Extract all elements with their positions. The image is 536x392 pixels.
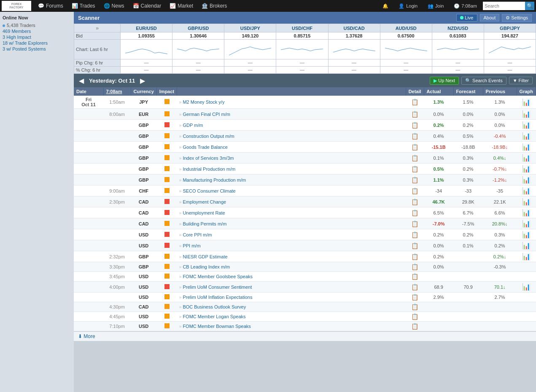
detail-icon[interactable]: 📋 (411, 111, 418, 118)
search-button[interactable]: 🔍 (525, 2, 534, 10)
event-link[interactable]: CB Leading Index m/m (183, 264, 230, 269)
high-impact-link[interactable]: 3 High Impact (3, 35, 71, 40)
graph-icon[interactable]: 📊 (522, 283, 531, 290)
detail-icon[interactable]: 📋 (411, 177, 418, 183)
notify-icon[interactable]: » (179, 145, 182, 150)
event-link[interactable]: Goods Trade Balance (183, 145, 227, 150)
search-events-button[interactable]: 🔍 Search Events (461, 77, 506, 85)
event-link[interactable]: Prelim UoM Consumer Sentiment (183, 285, 252, 290)
graph-icon[interactable]: 📊 (522, 187, 531, 194)
detail-icon[interactable]: 📋 (411, 303, 418, 310)
event-link[interactable]: Index of Services 3m/3m (183, 156, 234, 161)
graph-icon[interactable]: 📊 (522, 110, 531, 118)
event-link[interactable]: Employment Change (183, 199, 226, 204)
event-link[interactable]: Industrial Production m/m (183, 166, 235, 172)
graph-icon[interactable]: 📊 (522, 231, 531, 238)
more-link[interactable]: ⬇ More (78, 333, 95, 339)
detail-icon[interactable]: 📋 (411, 133, 418, 140)
graph-icon[interactable]: 📊 (522, 198, 531, 205)
graph-icon[interactable]: 📊 (522, 165, 531, 172)
detail-icon[interactable]: 📋 (411, 99, 418, 105)
graph-icon[interactable]: 📊 (522, 143, 531, 150)
pair-header-usdjpy[interactable]: USD/JPY (224, 24, 276, 32)
logo[interactable]: FOREX FACTORY (2, 1, 31, 11)
notify-icon[interactable]: » (179, 233, 182, 237)
detail-icon[interactable]: 📋 (411, 209, 418, 216)
prev-day-button[interactable]: ◀ (77, 77, 86, 85)
pair-header-usdchf[interactable]: USD/CHF (276, 24, 328, 32)
detail-icon[interactable]: 📋 (411, 122, 418, 129)
trade-explorers-link[interactable]: 18 w/ Trade Explorers (3, 40, 71, 46)
notify-icon[interactable]: » (179, 222, 182, 226)
notify-icon[interactable]: » (179, 244, 182, 248)
posted-systems-link[interactable]: 3 w/ Posted Systems (3, 46, 71, 51)
graph-icon[interactable]: 📊 (522, 99, 531, 106)
detail-icon[interactable]: 📋 (411, 294, 418, 301)
detail-icon[interactable]: 📋 (411, 242, 418, 249)
notify-icon[interactable]: » (179, 167, 182, 172)
search-input[interactable] (483, 2, 525, 10)
detail-icon[interactable]: 📋 (411, 166, 418, 172)
notify-icon[interactable]: » (179, 123, 182, 128)
graph-icon[interactable]: 📊 (522, 220, 531, 227)
about-button[interactable]: About (480, 14, 500, 21)
event-link[interactable]: SECO Consumer Climate (183, 188, 235, 193)
nav-news[interactable]: 🌐 News (100, 0, 129, 12)
event-link[interactable]: Manufacturing Production m/m (183, 177, 246, 183)
nav-forums[interactable]: 💬 Forums (34, 0, 67, 12)
notify-icon[interactable]: » (179, 156, 182, 161)
notify-icon[interactable]: » (179, 112, 182, 117)
members-link[interactable]: 469 Members (3, 29, 71, 34)
detail-icon[interactable]: 📋 (411, 155, 418, 161)
graph-icon[interactable]: 📊 (522, 154, 531, 161)
event-link[interactable]: M2 Money Stock y/y (183, 99, 224, 105)
detail-icon[interactable]: 📋 (411, 263, 418, 270)
event-link[interactable]: Construction Output m/m (183, 134, 234, 139)
up-next-button[interactable]: ▶ Up Next (430, 77, 459, 85)
live-button[interactable]: Live (456, 14, 477, 21)
graph-icon[interactable]: 📊 (522, 121, 531, 129)
detail-icon[interactable]: 📋 (411, 188, 418, 194)
event-link[interactable]: FOMC Member Bowman Speaks (183, 324, 250, 329)
settings-button[interactable]: ⚙ Settings (502, 14, 532, 22)
nav-market[interactable]: 📈 Market (165, 0, 197, 12)
join-btn[interactable]: 👥 Join (423, 0, 448, 12)
nav-calendar[interactable]: 📅 Calendar (129, 0, 166, 12)
notify-icon[interactable]: » (179, 285, 182, 290)
pair-header-eurusd[interactable]: EUR/USD (121, 24, 172, 32)
notifications-btn[interactable]: 🔔 (378, 0, 393, 12)
event-link[interactable]: Unemployment Rate (183, 210, 225, 215)
pair-header-usdcad[interactable]: USD/CAD (328, 24, 380, 32)
graph-icon[interactable]: 📊 (522, 132, 531, 140)
nav-brokers[interactable]: 🏦 Brokers (197, 0, 231, 12)
notify-icon[interactable]: » (179, 134, 182, 139)
graph-icon[interactable]: 📊 (522, 176, 531, 183)
event-link[interactable]: NIESR GDP Estimate (183, 254, 227, 259)
graph-icon[interactable]: 📊 (522, 209, 531, 216)
event-link[interactable]: Building Permits m/m (183, 221, 226, 226)
detail-icon[interactable]: 📋 (411, 313, 418, 320)
notify-icon[interactable]: » (179, 178, 182, 183)
notify-icon[interactable]: » (179, 265, 182, 269)
event-link[interactable]: Core PPI m/m (183, 232, 212, 237)
pair-header-gbpusd[interactable]: GBP/USD (172, 24, 224, 32)
notify-icon[interactable]: » (179, 200, 182, 204)
event-link[interactable]: FOMC Member Logan Speaks (183, 314, 245, 319)
event-link[interactable]: Prelim UoM Inflation Expectations (183, 295, 252, 300)
login-btn[interactable]: 👤 Login (394, 0, 422, 12)
detail-icon[interactable]: 📋 (411, 284, 418, 290)
detail-icon[interactable]: 📋 (411, 144, 418, 150)
notify-icon[interactable]: » (179, 211, 182, 215)
graph-icon[interactable]: 📊 (522, 242, 531, 249)
col-time-header[interactable]: 7:08am (103, 87, 131, 96)
event-link[interactable]: PPI m/m (183, 243, 200, 248)
detail-icon[interactable]: 📋 (411, 231, 418, 238)
detail-icon[interactable]: 📋 (411, 220, 418, 227)
event-link[interactable]: BOC Business Outlook Survey (183, 304, 246, 309)
event-link[interactable]: GDP m/m (183, 123, 203, 128)
event-link[interactable]: German Final CPI m/m (183, 112, 230, 117)
notify-icon[interactable]: » (179, 295, 182, 300)
next-day-button[interactable]: ▶ (138, 77, 147, 85)
pair-header-gbpjpy[interactable]: GBP/JPY (484, 24, 536, 32)
notify-icon[interactable]: » (179, 255, 182, 259)
